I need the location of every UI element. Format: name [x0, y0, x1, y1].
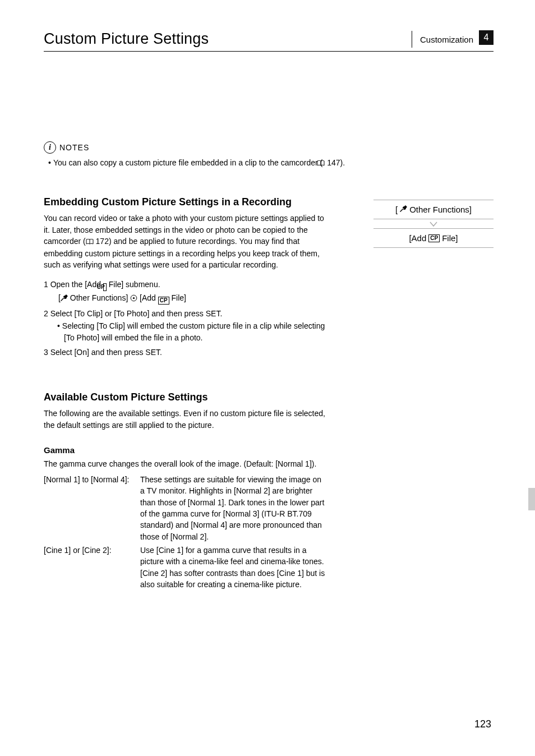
chapter-badge: 4 [479, 30, 494, 45]
s1sub-b: Other Functions] [68, 293, 130, 302]
notes-label: NOTES [59, 143, 89, 152]
notes-text-a: You can also copy a custom picture file … [53, 158, 322, 167]
def-normal-label: [Normal 1] to [Normal 4]: [44, 474, 140, 542]
notes-header: i NOTES [44, 141, 494, 154]
s1sub-c: [Add [137, 293, 158, 302]
gamma-heading: Gamma [44, 445, 494, 455]
side-tab-marker [528, 488, 535, 510]
s1sub-d: File] [169, 293, 186, 302]
menu-row-add-cp-file: [Add CP File] [373, 228, 494, 248]
step-1: 1 Open the [Add CP File] submenu. [44, 279, 494, 291]
cp-icon: CP [428, 234, 440, 242]
wrench-icon [61, 293, 68, 305]
def-cine-text: Use [Cine 1] for a gamma curve that resu… [140, 545, 325, 590]
manual-ref-icon [86, 237, 94, 248]
menu-row2-b: File] [442, 233, 458, 243]
available-paragraph: The following are the available settings… [44, 408, 330, 431]
menu-flow-arrow-icon [373, 219, 494, 228]
notes-bullet: •You can also copy a custom picture file… [44, 157, 494, 169]
info-icon: i [44, 141, 56, 154]
page-header: Custom Picture Settings Customization [44, 30, 494, 52]
s2-bullet-text: Selecting [To Clip] will embed the custo… [62, 321, 325, 342]
menu-row2-a: [Add [409, 233, 426, 243]
menu-path-box: [ Other Functions] [Add CP File] [373, 200, 494, 248]
definition-cine: [Cine 1] or [Cine 2]: Use [Cine 1] for a… [44, 545, 494, 590]
step-1-sub: [ Other Functions] [Add CP File] [44, 292, 494, 305]
header-separator [412, 31, 412, 48]
menu-bracket-open: [ [395, 205, 398, 214]
menu-row-other-functions: [ Other Functions] [373, 200, 494, 219]
definition-normal: [Normal 1] to [Normal 4]: These settings… [44, 474, 494, 542]
page-title: Custom Picture Settings [44, 30, 412, 48]
notes-text-b: 147). [325, 158, 345, 167]
step-3: 3 Select [On] and then press SET. [44, 347, 494, 358]
cp-icon: CP [158, 297, 169, 305]
submenu-arrow-icon [130, 293, 137, 305]
embed-paragraph: You can record video or take a photo wit… [44, 213, 330, 270]
svg-point-1 [133, 297, 135, 299]
def-cine-label: [Cine 1] or [Cine 2]: [44, 545, 140, 590]
step-2-bullet: • Selecting [To Clip] will embed the cus… [44, 320, 335, 343]
page-number: 123 [474, 718, 491, 730]
menu-row1-text: Other Functions] [409, 205, 472, 214]
step-2: 2 Select [To Clip] or [To Photo] and the… [44, 308, 494, 319]
gamma-paragraph: The gamma curve changes the overall look… [44, 458, 324, 469]
section-heading-available: Available Custom Picture Settings [44, 391, 494, 403]
header-category: Customization [420, 35, 473, 44]
step1-a: 1 Open the [Add [44, 280, 103, 289]
steps-list: 1 Open the [Add CP File] submenu. [ Othe… [44, 279, 494, 358]
def-normal-text: These settings are suitable for viewing … [140, 474, 325, 542]
step1-b: File] submenu. [107, 280, 160, 289]
wrench-icon [400, 205, 407, 214]
